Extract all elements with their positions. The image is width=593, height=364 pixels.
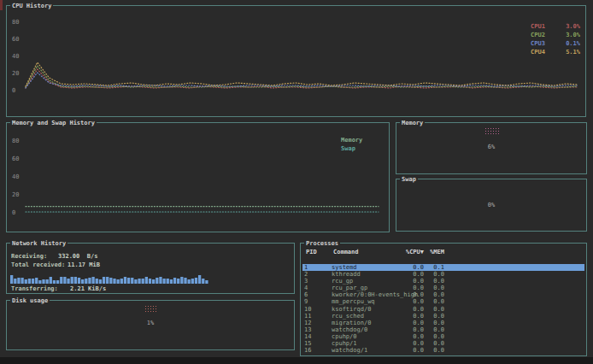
legend-item: CPU23.0% [531, 32, 580, 38]
swap-gauge-panel: Swap 0% [396, 179, 587, 232]
memory-swap-history-panel: Memory and Swap History MemorySwap 80604… [6, 122, 390, 232]
process-pid: 4 [304, 285, 308, 291]
y-axis-tick: 80 [12, 19, 19, 26]
receiving-value: 332.00 B/s [58, 253, 97, 260]
left-edge-marker [0, 0, 3, 10]
process-row[interactable]: 10 ksoftirqd/0 0.0 0.0 [302, 306, 584, 313]
process-row[interactable]: 2 kthreadd 0.0 0.0 [302, 271, 584, 278]
process-row[interactable]: 6 kworker/0:0H-events_high 0.0 0.0 [302, 291, 584, 298]
process-mem: 0.0 [405, 285, 444, 291]
network-history-panel: Network History Receiving: 332.00 B/s To… [6, 243, 295, 294]
legend-item: CPU13.0% [531, 23, 580, 30]
memory-swap-history-chart [24, 130, 387, 219]
process-row[interactable]: 13 watchdog/0 0.0 0.0 [302, 326, 584, 333]
process-row[interactable]: 12 migration/0 0.0 0.0 [302, 320, 584, 326]
process-row[interactable]: 16 watchdog/1 0.0 0.0 [302, 347, 584, 354]
bottom-background-strip [0, 357, 593, 364]
legend-item: CPU45.1% [531, 49, 580, 56]
process-mem: 0.0 [405, 313, 444, 320]
process-pid: 1 [304, 264, 308, 271]
process-mem: 0.0 [405, 298, 444, 305]
legend-label: CPU1 [531, 23, 545, 30]
process-pid: 10 [304, 306, 311, 313]
disk-usage-panel: Disk usage 1% [6, 300, 295, 350]
network-sparkline-chart [10, 272, 210, 284]
y-axis-tick: 60 [12, 36, 19, 43]
legend-item: Memory [341, 137, 384, 144]
process-pid: 2 [304, 271, 308, 278]
process-mem: 0.0 [405, 271, 444, 278]
memory-gauge-dots [484, 127, 500, 135]
y-axis-tick: 0 [12, 209, 15, 216]
process-list: 1 systemd 0.0 0.1 2 kthreadd 0.0 0.0 3 r… [302, 264, 584, 354]
memory-gauge-percent: 6% [396, 144, 586, 150]
process-mem: 0.0 [405, 340, 444, 347]
disk-usage-title: Disk usage [10, 297, 50, 304]
disk-usage-dots [144, 305, 157, 313]
memory-swap-history-title: Memory and Swap History [10, 120, 97, 126]
process-command: cpuhp/0 [332, 333, 357, 340]
process-row[interactable]: 9 mm_percpu_wq 0.0 0.0 [302, 298, 584, 305]
process-mem: 0.0 [405, 320, 444, 326]
process-command: rcu_par_gp [332, 285, 367, 291]
process-mem: 0.0 [405, 291, 444, 298]
legend-label: CPU4 [531, 49, 545, 56]
process-pid: 11 [304, 313, 311, 320]
process-row[interactable]: 3 rcu_gp 0.0 0.0 [302, 278, 584, 285]
process-command: migration/0 [332, 320, 371, 326]
legend-label: CPU3 [531, 40, 545, 47]
column-header-pid[interactable]: PID [306, 249, 317, 255]
process-command: cpuhp/1 [332, 340, 357, 347]
process-mem: 0.0 [405, 347, 444, 354]
legend-item: CPU30.1% [531, 40, 580, 47]
process-row[interactable]: 1 systemd 0.0 0.1 [302, 264, 584, 271]
cpu-legend: CPU13.0%CPU23.0%CPU30.1%CPU45.1% [531, 23, 580, 57]
y-axis-tick: 20 [12, 70, 19, 77]
y-axis-tick: 80 [12, 138, 19, 144]
process-command: rcu_sched [332, 313, 364, 320]
process-row[interactable]: 15 cpuhp/1 0.0 0.0 [302, 340, 584, 347]
process-mem: 0.0 [405, 306, 444, 313]
total-received-value: 11.17 MiB [68, 261, 100, 268]
process-pid: 15 [304, 340, 311, 347]
process-pid: 9 [304, 298, 308, 305]
y-axis-tick: 60 [12, 156, 19, 162]
process-pid: 12 [304, 320, 311, 326]
process-pid: 6 [304, 291, 308, 298]
memory-gauge-title: Memory [400, 120, 425, 126]
transferring-value: 2.21 KiB/s [70, 285, 106, 292]
legend-label: CPU2 [531, 32, 545, 38]
process-pid: 13 [304, 326, 311, 333]
legend-value: 3.0% [566, 32, 580, 38]
process-row[interactable]: 11 rcu_sched 0.0 0.0 [302, 313, 584, 320]
processes-panel: Processes PID Command %CPU▼ %MEM 1 syste… [300, 243, 587, 356]
legend-label: Memory [341, 137, 362, 144]
disk-usage-percent: 1% [7, 320, 294, 326]
process-row[interactable]: 14 cpuhp/0 0.0 0.0 [302, 333, 584, 340]
process-pid: 14 [304, 333, 311, 340]
process-command: watchdog/1 [332, 347, 367, 354]
process-row[interactable]: 4 rcu_par_gp 0.0 0.0 [302, 285, 584, 291]
legend-value: 5.1% [566, 49, 580, 56]
y-axis-tick: 40 [12, 173, 19, 180]
receiving-label: Receiving: [11, 253, 47, 260]
process-command: watchdog/0 [332, 326, 367, 333]
total-received-label: Total received: [11, 261, 65, 268]
processes-title: Processes [304, 240, 340, 247]
system-monitor-app: CPU History CPU13.0%CPU23.0%CPU30.1%CPU4… [0, 0, 593, 364]
cpu-history-title: CPU History [10, 3, 53, 9]
y-axis-tick: 20 [12, 191, 19, 198]
process-pid: 16 [304, 347, 311, 354]
process-command: systemd [332, 264, 357, 271]
process-command: rcu_gp [332, 278, 353, 285]
legend-label: Swap [341, 145, 355, 152]
process-command: mm_percpu_wq [332, 298, 375, 305]
legend-item: Swap [341, 145, 384, 152]
column-header-mem[interactable]: %MEM [405, 249, 444, 255]
legend-value: 3.0% [566, 23, 580, 30]
y-axis-tick: 40 [12, 53, 19, 60]
column-header-command[interactable]: Command [333, 249, 359, 255]
swap-gauge-percent: 0% [396, 202, 586, 208]
cpu-history-panel: CPU History CPU13.0%CPU23.0%CPU30.1%CPU4… [6, 5, 586, 117]
memory-gauge-panel: Memory 6% [396, 122, 587, 174]
